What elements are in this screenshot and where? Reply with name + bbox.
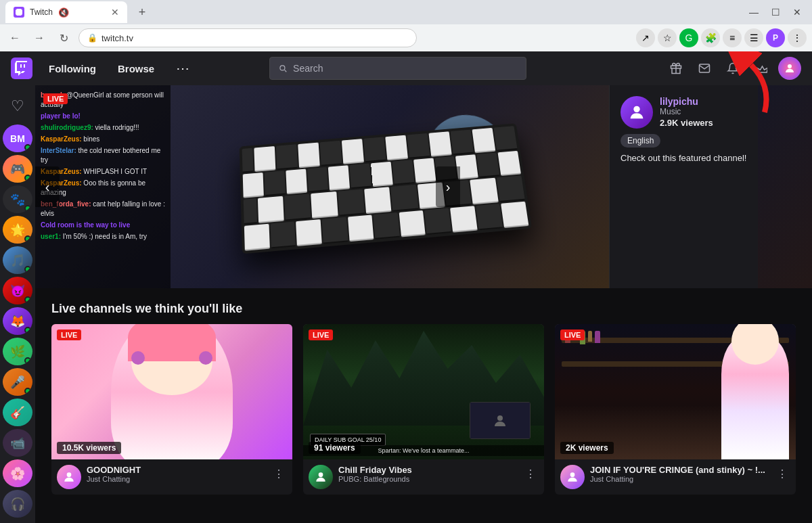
nav-browse[interactable]: Browse <box>112 60 160 77</box>
sidebar-avatar-bm: BM <box>10 133 25 144</box>
featured-banner: LIVE baegel: @QueenGirl at some person w… <box>35 85 812 288</box>
bell-icon <box>727 62 739 74</box>
sidebar-item[interactable]: 🎸 <box>3 399 32 426</box>
sidebar-avatar-3: 🌟 <box>10 223 25 237</box>
sidebar-item[interactable]: 📹 <box>3 429 32 457</box>
ext2-icon[interactable]: 🧩 <box>701 28 720 47</box>
gift-icon <box>670 62 682 74</box>
online-indicator <box>24 327 31 334</box>
close-button[interactable]: ✕ <box>788 3 807 22</box>
card-menu-1[interactable]: ⋮ <box>271 465 287 483</box>
forward-button[interactable]: → <box>30 28 49 47</box>
new-tab-button[interactable]: + <box>133 3 152 22</box>
sidebar-item[interactable]: 🌟 <box>3 216 32 244</box>
share-icon[interactable]: ↗ <box>636 28 655 47</box>
online-indicator <box>24 296 31 303</box>
card-viewers-badge-2: 91 viewers <box>309 442 361 454</box>
ext4-icon[interactable]: ☰ <box>744 28 763 47</box>
channel-description: Check out this featured channel! <box>621 153 747 163</box>
twitch-logo[interactable] <box>11 58 32 79</box>
sidebar-item[interactable]: 🌿 <box>3 338 32 365</box>
tab-mute-icon[interactable]: 🔇 <box>58 7 69 18</box>
user-avatar-button[interactable] <box>778 57 801 80</box>
thumb-game-bg: DAILY SUB GOAL 25/10 Spartan: We've lost… <box>303 324 544 459</box>
browser-menu-icon[interactable]: ⋮ <box>788 28 807 47</box>
sidebar-item[interactable]: 😈 <box>3 277 32 304</box>
featured-prev-button[interactable]: ‹ <box>35 166 60 207</box>
sidebar-item[interactable]: 🎮 <box>3 155 32 183</box>
sidebar-avatar-8: 🎤 <box>10 375 25 390</box>
sidebar-avatar-10: 📹 <box>10 436 25 451</box>
thumb-bar-bg <box>555 324 796 459</box>
sidebar-heart-icon[interactable]: ♡ <box>4 91 31 122</box>
ext3-icon[interactable]: ≡ <box>723 28 742 47</box>
browser-titlebar: Twitch 🔇 ✕ + — ☐ ✕ <box>0 0 812 24</box>
card-avatar-2 <box>309 465 333 489</box>
card-info-2: Chill Friday Vibes PUBG: Battlegrounds ⋮ <box>303 459 544 495</box>
back-button[interactable]: ← <box>5 28 24 47</box>
bookmark-icon[interactable]: ☆ <box>658 28 677 47</box>
card-title-2: Chill Friday Vibes <box>338 465 517 475</box>
minimize-button[interactable]: — <box>744 3 763 22</box>
extension-icons: ↗ ☆ G 🧩 ≡ ☰ P ⋮ <box>636 28 807 47</box>
svg-point-5 <box>570 473 575 478</box>
sidebar-item[interactable]: 🐾 <box>3 185 32 213</box>
card-menu-3[interactable]: ⋮ <box>774 465 790 483</box>
stream-content: baegel: @QueenGirl at some person will a… <box>35 85 609 288</box>
channel-name[interactable]: lilypichu <box>660 96 713 107</box>
card-game-1: Just Chatting <box>87 475 265 483</box>
channel-category[interactable]: Music <box>660 107 713 116</box>
channel-card-3[interactable]: LIVE 2K viewers JOIN IF YOU'RE CRINGE (a… <box>555 324 796 495</box>
sidebar-avatar-9: 🎸 <box>10 405 25 420</box>
featured-channel-info: lilypichu Music 2.9K viewers English Che… <box>609 85 758 288</box>
maximize-button[interactable]: ☐ <box>766 3 785 22</box>
main-area: ♡ BM 🎮 🐾 🌟 🎵 😈 <box>0 85 812 523</box>
channel-card-1[interactable]: LIVE 10.5K viewers GOODNIGHT Just Chatti… <box>51 324 292 495</box>
featured-stream-video[interactable]: LIVE baegel: @QueenGirl at some person w… <box>35 85 609 288</box>
top-nav: Following Browse ⋯ <box>0 51 812 85</box>
card-avatar-3 <box>560 465 585 489</box>
thumb-anime-bg <box>51 324 292 459</box>
language-badge-wrapper: English <box>621 134 747 147</box>
sidebar-avatar-2: 🐾 <box>10 192 25 207</box>
featured-next-button[interactable]: › <box>436 166 460 207</box>
language-badge[interactable]: English <box>621 134 660 147</box>
online-indicator <box>24 266 31 273</box>
gift-button[interactable] <box>664 57 687 80</box>
channel-viewers: 2.9K viewers <box>660 118 713 128</box>
inbox-button[interactable] <box>693 57 716 80</box>
channel-avatar[interactable] <box>621 96 653 129</box>
refresh-button[interactable]: ↻ <box>54 28 73 47</box>
sidebar: ♡ BM 🎮 🐾 🌟 🎵 😈 <box>0 85 35 523</box>
browser-tab[interactable]: Twitch 🔇 ✕ <box>5 1 127 23</box>
svg-point-2 <box>67 473 72 478</box>
online-indicator <box>24 235 31 242</box>
sidebar-avatar-5: 😈 <box>10 283 25 298</box>
search-bar[interactable] <box>269 57 526 80</box>
sidebar-item[interactable]: 🎧 <box>3 490 32 518</box>
ext1-icon[interactable]: G <box>679 28 698 47</box>
address-bar[interactable]: 🔒 twitch.tv <box>78 28 417 47</box>
sidebar-item[interactable]: BM <box>3 124 32 152</box>
thumbnail-content-1 <box>51 324 292 459</box>
crown-button[interactable] <box>750 57 773 80</box>
card-menu-2[interactable]: ⋮ <box>522 465 539 483</box>
nav-more-button[interactable]: ⋯ <box>171 58 195 79</box>
profile-ext-icon[interactable]: P <box>766 28 785 47</box>
card-game-2: PUBG: Battlegrounds <box>338 475 517 483</box>
sidebar-avatar-4: 🎵 <box>10 253 25 268</box>
channel-header: lilypichu Music 2.9K viewers <box>621 96 747 129</box>
sidebar-item[interactable]: 🎵 <box>3 246 32 274</box>
notifications-button[interactable] <box>721 57 744 80</box>
tab-close-button[interactable]: ✕ <box>111 7 119 18</box>
sidebar-item[interactable]: 🌸 <box>3 459 32 487</box>
thumbnail-content-2: DAILY SUB GOAL 25/10 Spartan: We've lost… <box>303 324 544 459</box>
channel-card-2[interactable]: DAILY SUB GOAL 25/10 Spartan: We've lost… <box>303 324 544 495</box>
online-indicator <box>24 175 31 181</box>
sidebar-item[interactable]: 🎤 <box>3 368 32 396</box>
card-info-1: GOODNIGHT Just Chatting ⋮ <box>51 459 292 495</box>
sidebar-item[interactable]: 🦊 <box>3 307 32 335</box>
nav-following[interactable]: Following <box>43 60 102 77</box>
search-input[interactable] <box>293 63 518 74</box>
card-viewers-badge-1: 10.5K viewers <box>57 442 121 454</box>
